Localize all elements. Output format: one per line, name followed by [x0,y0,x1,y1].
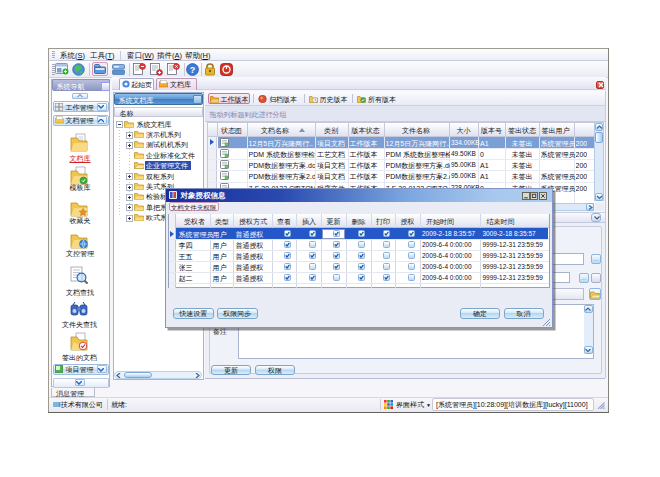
svg-text:?: ? [190,64,196,74]
